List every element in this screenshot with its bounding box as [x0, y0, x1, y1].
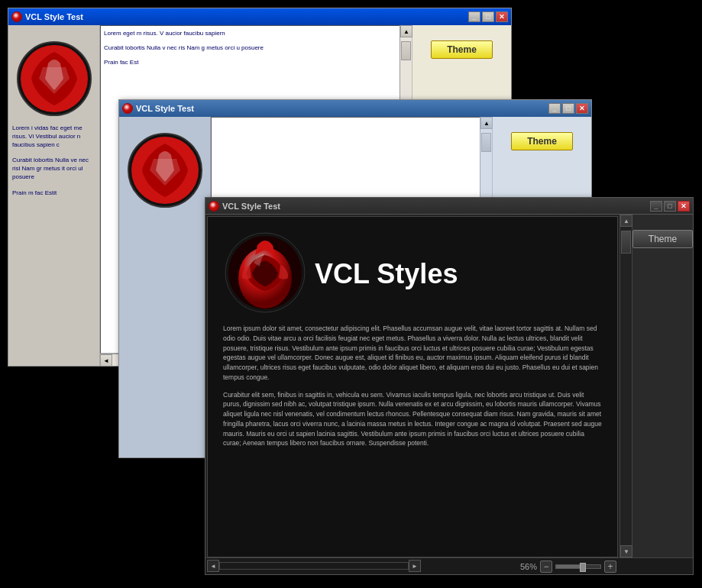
memo-text-5: Prain m fac Estit [12, 189, 95, 198]
vscroll-3: ▲ ▼ [620, 215, 632, 557]
title-bar-controls-2: _ □ ✕ [548, 103, 588, 114]
logo-svg-1 [16, 40, 92, 117]
hscroll-right-3[interactable]: ► [409, 560, 421, 572]
close-btn-3[interactable]: ✕ [678, 201, 690, 212]
memo-text-1: Lorem i vidas fac eget me risus. Vi Vest… [12, 124, 95, 149]
title-bar-controls-3: _ □ ✕ [650, 201, 690, 212]
zoom-in-btn[interactable]: + [604, 561, 616, 573]
theme-button-1[interactable]: Theme [431, 40, 493, 59]
vscroll-up-3[interactable]: ▲ [620, 215, 632, 227]
app-icon-3 [209, 201, 219, 212]
logo-area-1 [16, 40, 92, 120]
dark-main-content: VCL Styles Lorem ipsum dolor sit amet, c… [207, 216, 618, 557]
vcl-logo-svg [223, 228, 307, 320]
maximize-btn-1[interactable]: □ [482, 11, 494, 22]
vscroll-up-2[interactable]: ▲ [480, 117, 493, 129]
close-btn-1[interactable]: ✕ [496, 11, 508, 22]
vcl-header-row: VCL Styles [208, 217, 617, 324]
right-panel-3: Theme [632, 215, 693, 557]
app-icon-2 [122, 103, 133, 114]
vscroll-thumb-3[interactable] [621, 231, 631, 254]
left-panel-2 [119, 117, 211, 457]
vscroll-thumb-1[interactable] [401, 41, 411, 60]
main-text-1: Lorem eget m risus. V aucior faucibu sap… [104, 29, 408, 37]
memo-text-2: Curabit lobortis Nulla ve nec risl Nam g… [12, 157, 95, 181]
vscroll-up-1[interactable]: ▲ [400, 25, 412, 37]
memo-text-area-1: Lorem i vidas fac eget me risus. Vi Vest… [12, 124, 95, 198]
zoom-controls: 56% − + [520, 561, 616, 573]
zoom-slider-track[interactable] [555, 564, 601, 569]
zoom-out-btn[interactable]: − [540, 561, 552, 573]
theme-button-3[interactable]: Theme [632, 230, 693, 248]
client-area-3: Theme ▲ ▼ [205, 215, 693, 574]
main-text-2: Curabit lobortis Nulla v nec ris Nam g m… [104, 44, 408, 52]
hscroll-track-3 [219, 562, 409, 570]
title-bar-left-1: VCL Style Test [11, 11, 83, 22]
left-panel-1: Lorem i vidas fac eget me risus. Vi Vest… [8, 25, 100, 366]
close-btn-2[interactable]: ✕ [576, 103, 588, 114]
title-bar-3: VCL Style Test _ □ ✕ [205, 198, 693, 215]
vscroll-track-3 [620, 227, 632, 545]
window-3: VCL Style Test _ □ ✕ Theme ▲ ▼ [205, 197, 694, 575]
zoom-slider-fill [556, 565, 581, 568]
hscroll-left-3[interactable]: ◄ [207, 560, 219, 572]
vscroll-down-3[interactable]: ▼ [620, 545, 632, 557]
minimize-btn-2[interactable]: _ [548, 103, 561, 114]
maximize-btn-3[interactable]: □ [664, 201, 676, 212]
vcl-title-text: VCL Styles [315, 258, 458, 289]
title-bar-left-2: VCL Style Test [122, 103, 194, 114]
hscroll-3-container: ◄ ► [207, 557, 421, 574]
vcl-title-container: VCL Styles [315, 258, 458, 290]
dark-para-2: Curabitur elit sem, finibus in sagittis … [208, 390, 617, 457]
title-bar-controls-1: _ □ ✕ [468, 11, 508, 22]
zoom-slider-thumb[interactable] [580, 563, 586, 572]
logo-svg-2 [127, 132, 203, 208]
hscroll-left-1[interactable]: ◄ [100, 354, 112, 366]
zoom-level: 56% [520, 562, 537, 571]
vscroll-thumb-2[interactable] [481, 133, 491, 152]
theme-button-2[interactable]: Theme [511, 132, 573, 150]
main-text-6: Prain fac Est [104, 58, 408, 66]
title-bar-2: VCL Style Test _ □ ✕ [119, 100, 591, 117]
dark-para-1: Lorem ipsum dolor sit amet, consectetur … [208, 324, 617, 390]
minimize-btn-1[interactable]: _ [468, 11, 480, 22]
logo-area-2 [127, 132, 203, 212]
window-title-2: VCL Style Test [136, 104, 194, 113]
title-bar-left-3: VCL Style Test [209, 201, 280, 212]
window-title-1: VCL Style Test [25, 12, 83, 21]
minimize-btn-3[interactable]: _ [650, 201, 662, 212]
window-title-3: VCL Style Test [222, 202, 280, 211]
maximize-btn-2[interactable]: □ [562, 103, 574, 114]
title-bar-1: VCL Style Test _ □ ✕ [8, 8, 511, 25]
status-bar-3: ◄ ► 56% − + [205, 557, 693, 574]
app-icon-1 [11, 11, 22, 22]
